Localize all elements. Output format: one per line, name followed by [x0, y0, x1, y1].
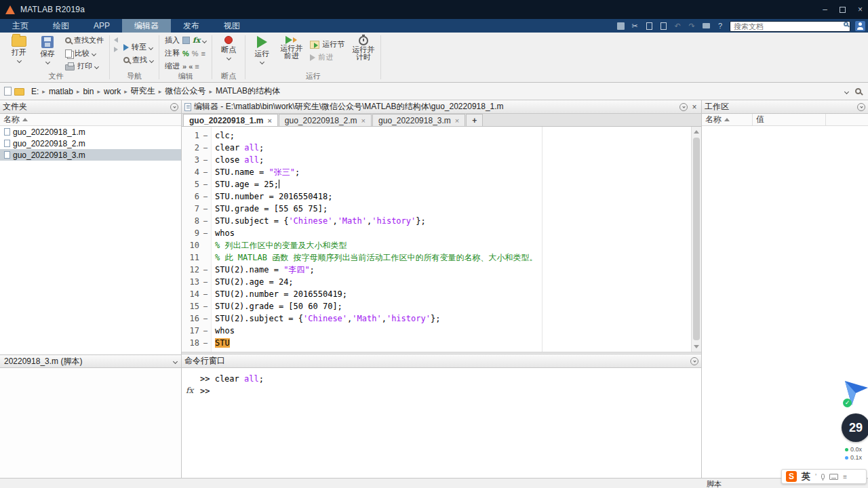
workspace-value-column[interactable]: 值 [753, 114, 826, 125]
code-line[interactable]: 18—STU [182, 337, 691, 349]
redo-icon[interactable]: ↷ [687, 21, 696, 30]
advance-button[interactable]: 前进 [309, 52, 346, 63]
panel-actions-icon[interactable] [170, 103, 178, 111]
cut-icon[interactable]: ✂ [630, 21, 639, 30]
tab-editor[interactable]: 编辑器 [122, 19, 171, 33]
print-button[interactable]: 打印 [64, 60, 105, 72]
microphone-icon[interactable] [821, 474, 825, 479]
fx-hint-icon[interactable]: fx [186, 386, 193, 395]
ime-toolbox-icon[interactable]: ≡ [843, 473, 847, 481]
tab-view[interactable]: 视图 [212, 19, 252, 33]
run-advance-button[interactable]: 运行并前进 [278, 35, 304, 61]
breadcrumb-item[interactable]: work [102, 87, 122, 96]
help-icon[interactable]: ? [715, 21, 725, 30]
code-line[interactable]: 16—STU(2).subject = {'Chinese','Math','h… [182, 312, 691, 325]
code-line[interactable]: 4—STU.name = "张三"; [182, 166, 691, 178]
editor-tab[interactable]: guo_20220918_3.m× [372, 114, 465, 126]
command-window[interactable]: >> clear all; >> fx [182, 368, 701, 478]
scroll-down-icon[interactable] [694, 345, 699, 348]
code-line[interactable]: 12—STU(2).name = "李四"; [182, 264, 691, 276]
editor-tab[interactable]: guo_20220918_1.m× [183, 114, 278, 126]
folder-up-icon[interactable] [14, 88, 24, 96]
run-section-button[interactable]: 运行节 [309, 39, 346, 50]
breadcrumb-item[interactable]: 研究生 [130, 85, 157, 97]
breakpoints-button[interactable]: 断点 [216, 35, 241, 61]
back-icon[interactable] [114, 37, 118, 43]
signin-icon[interactable] [855, 21, 865, 31]
code-line[interactable]: 7—STU.grade = [55 65 75]; [182, 203, 691, 215]
tab-plots[interactable]: 绘图 [41, 19, 81, 33]
code-line[interactable]: 9—whos [182, 227, 691, 239]
code-line[interactable]: 13—STU(2).age = 24; [182, 276, 691, 288]
search-input[interactable] [730, 21, 850, 32]
breadcrumb-item[interactable]: E: [30, 87, 40, 96]
tab-home[interactable]: 主页 [0, 19, 41, 33]
code-line[interactable]: 3—close all; [182, 154, 691, 166]
print-icon[interactable] [701, 21, 711, 30]
code-line[interactable]: 8—STU.subject = {'Chinese','Math','histo… [182, 215, 691, 227]
folder-search-icon[interactable] [855, 88, 861, 94]
workspace-actions-icon[interactable] [857, 103, 865, 111]
editor-close-icon[interactable]: × [690, 102, 698, 112]
sogou-logo-icon[interactable]: S [786, 471, 797, 482]
code-line[interactable]: 1—clc; [182, 129, 691, 142]
copy-icon[interactable] [644, 21, 654, 30]
editor-tab[interactable]: guo_20220918_2.m× [279, 114, 372, 126]
ime-punctuation-icon[interactable]: ʼ [815, 473, 816, 481]
tab-apps[interactable]: APP [81, 19, 122, 33]
open-button[interactable]: 打开 [7, 35, 31, 64]
tab-close-icon[interactable]: × [267, 117, 271, 125]
tab-publish[interactable]: 发布 [171, 19, 212, 33]
forward-icon[interactable] [114, 47, 118, 52]
file-list-item[interactable]: guo_20220918_3.m [0, 149, 181, 161]
breadcrumb-item[interactable]: bin [81, 87, 95, 96]
breadcrumb-item[interactable]: 微信公众号 [163, 85, 207, 97]
scrollbar-thumb[interactable] [693, 138, 700, 340]
find-button[interactable]: 查找 [122, 54, 155, 66]
keyboard-icon[interactable] [829, 474, 838, 480]
goto-button[interactable]: 转至 [122, 41, 155, 53]
ime-language-toggle[interactable]: 英 [802, 470, 810, 483]
indent-button[interactable]: 缩进 » « ≡ [163, 60, 208, 72]
maximize-button[interactable] [840, 7, 846, 13]
code-line[interactable]: 11% 此 MATLAB 函数 按字母顺序列出当前活动工作区中的所有变量的名称、… [182, 251, 691, 264]
new-tab-button[interactable]: + [466, 114, 483, 126]
comment-button[interactable]: 注释 % % ≡ [163, 47, 208, 59]
tab-close-icon[interactable]: × [455, 117, 459, 125]
compare-button[interactable]: 比较 [64, 47, 105, 59]
close-button[interactable]: × [858, 5, 863, 14]
code-line[interactable]: 15—STU(2).grade = [50 60 70]; [182, 300, 691, 312]
run-button[interactable]: 运行 [250, 35, 274, 65]
file-details-header[interactable]: 20220918_3.m (脚本) [0, 354, 181, 368]
workspace-name-column[interactable]: 名称 [702, 114, 753, 125]
code-line[interactable]: 10% 列出工作区中的变量及大小和类型 [182, 239, 691, 251]
find-files-button[interactable]: 查找文件 [64, 35, 105, 46]
insert-button[interactable]: 插入 fx [163, 35, 208, 46]
code-line[interactable]: 6—STU.number = 2016550418; [182, 190, 691, 203]
code-line[interactable]: 2—clear all; [182, 142, 691, 154]
save-button[interactable]: 保存 [35, 35, 60, 65]
paste-icon[interactable] [658, 21, 668, 30]
collapse-details-icon[interactable] [173, 359, 178, 364]
code-line[interactable]: 17—whos [182, 325, 691, 337]
path-history-icon[interactable] [844, 89, 849, 94]
editor-actions-icon[interactable] [679, 103, 688, 111]
run-time-button[interactable]: 运行并计时 [350, 35, 376, 62]
code-line[interactable]: 14—STU(2).number = 2016550419; [182, 288, 691, 300]
code-editor[interactable]: 1—clc;2—clear all;3—close all;4—STU.name… [182, 127, 701, 352]
minimize-button[interactable]: – [823, 5, 827, 14]
breadcrumb-item[interactable]: MATLAB的结构体 [214, 85, 281, 97]
editor-scrollbar[interactable] [691, 127, 701, 352]
scroll-up-icon[interactable] [694, 130, 699, 134]
file-list-item[interactable]: guo_20220918_1.m [0, 126, 181, 138]
code-line[interactable]: 5—STU.age = 25; [182, 178, 691, 190]
folder-name-column[interactable]: 名称 [3, 114, 20, 125]
doc-shortcut-icon[interactable] [4, 87, 12, 96]
file-list-item[interactable]: guo_20220918_2.m [0, 138, 181, 149]
tab-close-icon[interactable]: × [361, 117, 366, 125]
save-icon[interactable] [616, 21, 625, 30]
recorder-counter[interactable]: 29 [842, 413, 868, 442]
command-prompt[interactable]: >> [200, 385, 701, 397]
undo-icon[interactable]: ↶ [673, 21, 682, 30]
breadcrumb-item[interactable]: matlab [47, 87, 75, 96]
